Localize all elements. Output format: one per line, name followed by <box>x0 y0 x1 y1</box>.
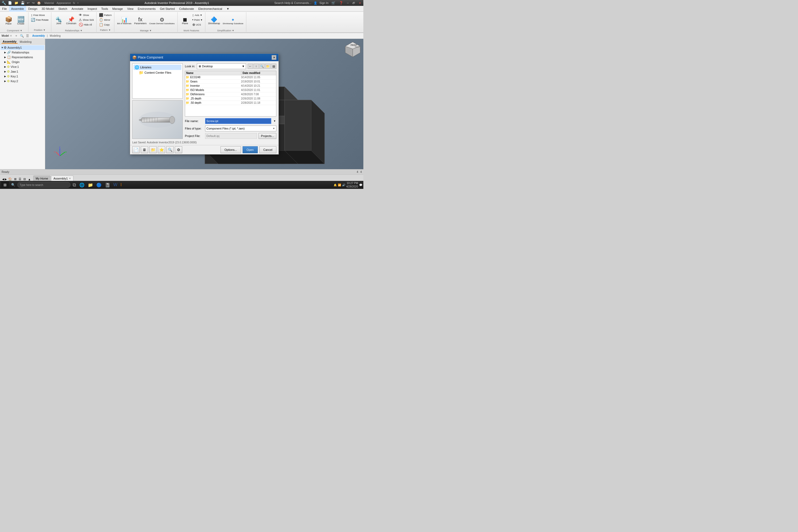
tab-assembly1[interactable]: Assembly1 ✕ <box>51 175 73 181</box>
tab-split-icon[interactable]: ⊟ <box>23 177 26 181</box>
qa-open[interactable]: 📁 <box>14 1 19 5</box>
menu-manage[interactable]: Manage <box>110 6 125 12</box>
menu-getstarted[interactable]: Get Started <box>158 6 177 12</box>
options-button[interactable]: Options... <box>221 146 241 153</box>
file-row-inventor[interactable]: 📁 Inventor 4/14/2020 10:21 <box>185 84 276 88</box>
qa-save[interactable]: 💾 <box>20 1 25 5</box>
modeling-tab[interactable]: Modeling <box>50 34 61 37</box>
pattern-button[interactable]: ⬛ Pattern <box>98 13 113 17</box>
viewport[interactable]: FRONT RIGHT X Y Z 📦 Place C <box>45 39 363 169</box>
ucs-button[interactable]: ⊕ UCS <box>191 22 204 27</box>
simplification-group-label[interactable]: Simplification ▼ <box>217 29 234 32</box>
inventor-taskbar-icon[interactable]: I <box>119 183 122 187</box>
component-group-label[interactable]: Component ▼ <box>7 29 22 32</box>
free-rotate-button[interactable]: 🔄 Free Rotate <box>30 18 50 22</box>
content-center-item[interactable]: 📁 Content Center Files <box>134 70 182 75</box>
show-button[interactable]: 👁 Show <box>78 13 95 17</box>
minimize-btn[interactable]: ─ <box>346 2 349 4</box>
tab-home-icon[interactable]: 🏠 <box>7 177 13 181</box>
show-sick-button[interactable]: ⚠ Show Sick <box>78 18 95 22</box>
constrain-button[interactable]: 📌 Constrain <box>65 13 78 29</box>
menu-inspect[interactable]: Inspect <box>86 6 99 12</box>
qa-undo[interactable]: ↩ <box>26 1 30 5</box>
model-close[interactable]: ✕ <box>10 34 12 37</box>
libraries-item[interactable]: 🌐 Libraries <box>134 65 182 70</box>
relationships-group-label[interactable]: Relationships ▼ <box>65 29 82 32</box>
menu-environments[interactable]: Environments <box>136 6 158 12</box>
lookin-combo[interactable]: 🖥 Desktop ▼ <box>197 63 246 69</box>
open-button[interactable]: Open <box>243 146 258 153</box>
dialog-tool-btn-5[interactable]: 🔍 <box>166 146 174 153</box>
explorer-icon[interactable]: 📁 <box>87 183 94 188</box>
model-add[interactable]: ＋ <box>15 34 18 38</box>
close-btn[interactable]: ✕ <box>358 2 362 4</box>
tree-root[interactable]: ▼ ⚙ Assembly1 <box>1 45 44 50</box>
chrome-icon[interactable]: 🔵 <box>95 183 103 188</box>
material-dropdown[interactable]: Material <box>44 2 54 4</box>
tree-representations[interactable]: ▶ 📋 Representations <box>1 55 44 60</box>
menu-tools[interactable]: Tools <box>99 6 110 12</box>
add-icon[interactable]: ＋ <box>77 1 79 5</box>
file-row-oldversions[interactable]: 📁 OldVersions 4/28/2020 7:08 <box>185 92 276 97</box>
cancel-button[interactable]: Cancel <box>259 146 277 153</box>
lookin-search-btn[interactable]: 🔍 <box>259 63 265 69</box>
filetype-combo[interactable]: Component Files (*.ipt; *.iam) ▼ <box>205 126 277 131</box>
free-move-button[interactable]: ↕ Free Move <box>30 13 50 17</box>
filetype-arrow[interactable]: ▼ <box>273 127 275 130</box>
dialog-tool-btn-3[interactable]: 📁 <box>149 146 157 153</box>
search-help[interactable]: Search Help & Commands... <box>274 1 311 4</box>
shrinkwrap-substitute-button[interactable]: 🔹 Shrinkwrap Substitute <box>222 13 244 29</box>
lookin-view-btn[interactable]: ▤ <box>271 63 277 69</box>
axis-button[interactable]: ↕ Axis ▼ <box>191 13 204 17</box>
col-name-header[interactable]: Name <box>185 71 242 75</box>
pattern-group-label[interactable]: Pattern ▼ <box>100 28 111 32</box>
notification-icon[interactable]: 🔔 <box>334 184 337 187</box>
dialog-tool-btn-1[interactable]: 📄 <box>132 146 140 153</box>
assembly-tab[interactable]: Assembly <box>32 34 45 37</box>
tab-my-home[interactable]: My Home <box>33 175 51 181</box>
position-group-label[interactable]: Position ▼ <box>34 28 45 32</box>
shrinkwrap-button[interactable]: 🔷 Shrinkwrap <box>207 13 221 29</box>
manage-group-label[interactable]: Manage ▼ <box>140 29 152 32</box>
taskbar-search[interactable]: Type here to search <box>17 182 71 188</box>
menu-annotate[interactable]: Annotate <box>70 6 86 12</box>
onenote-icon[interactable]: 📓 <box>104 183 111 188</box>
appearance-dropdown[interactable]: Appearance <box>56 2 71 4</box>
panel-tab-modeling[interactable]: Modeling <box>19 40 33 43</box>
joint-button[interactable]: 🔩 Joint <box>53 13 65 29</box>
wifi-icon[interactable]: 📶 <box>338 184 341 187</box>
lookin-newfolder-btn[interactable]: 📁 <box>265 63 270 69</box>
help-icon[interactable]: ❓ <box>338 1 344 5</box>
task-view-icon[interactable]: ⧉ <box>72 182 77 188</box>
formula-icon[interactable]: fx <box>73 2 75 4</box>
point-button[interactable]: • Point ▼ <box>191 18 204 22</box>
copy-button[interactable]: 📋 Copy <box>98 22 113 27</box>
tree-relationships[interactable]: ▶ 🔗 Relationships <box>1 50 44 55</box>
mirror-button[interactable]: 🪞 Mirror <box>98 18 113 22</box>
action-center-icon[interactable]: 💬 <box>359 184 362 187</box>
menu-3dmodel[interactable]: 3D Model <box>39 6 56 12</box>
assembly1-tab-close[interactable]: ✕ <box>69 177 71 180</box>
projects-button[interactable]: Projects... <box>259 133 277 139</box>
hide-all-button[interactable]: 🚫 Hide All <box>78 22 95 27</box>
tab-list-icon[interactable]: ☰ <box>18 177 22 181</box>
search-icon[interactable]: 🔍 <box>20 34 24 38</box>
panel-tab-assembly[interactable]: Assembly <box>2 40 18 44</box>
qa-newfile[interactable]: 📄 <box>7 1 13 5</box>
menu-more[interactable]: ▼ <box>224 6 231 12</box>
tree-vice1[interactable]: ▶ ⚙ VIce:1 <box>1 64 44 69</box>
taskbar-search-icon[interactable]: 🔍 <box>10 183 16 187</box>
tab-grid-icon[interactable]: ⊞ <box>13 177 17 181</box>
dialog-tool-btn-6[interactable]: ⚙ <box>175 146 182 153</box>
cart-icon[interactable]: 🛒 <box>331 1 336 5</box>
lookin-dropdown-arrow[interactable]: ▼ <box>242 65 245 68</box>
filename-input[interactable] <box>205 118 271 124</box>
tab-nav-right[interactable]: ▶ <box>5 178 7 180</box>
tree-origin[interactable]: ▶ 📐 Origin <box>1 60 44 64</box>
tab-nav-left[interactable]: ◀ <box>2 178 4 180</box>
clock[interactable]: 10:27 PM 4/28/2020 <box>346 182 358 188</box>
sign-in[interactable]: Sign In <box>320 1 328 4</box>
word-icon[interactable]: W <box>112 183 118 187</box>
tree-key2[interactable]: ▶ ⚙ Key:2 <box>1 79 44 83</box>
filename-dropdown[interactable]: ▼ <box>273 120 277 122</box>
